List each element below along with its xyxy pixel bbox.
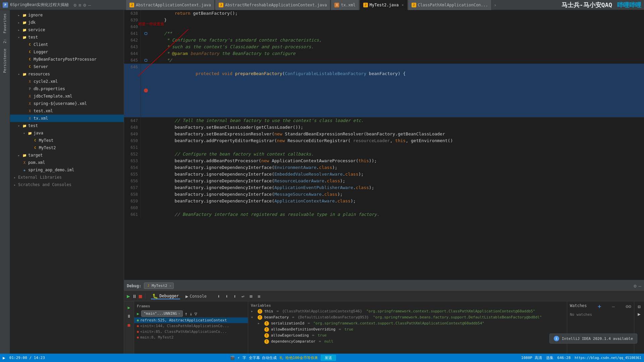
var-expand-serial[interactable]: ▸ bbox=[258, 321, 262, 325]
line-content-655[interactable]: beanFactory.ignoreDependencyInterface(Em… bbox=[151, 171, 644, 178]
sidebar-item-service[interactable]: 📁 service bbox=[10, 26, 124, 34]
tree-arrow-resources[interactable] bbox=[17, 72, 21, 76]
sidebar-item-cycle2[interactable]: X cycle2.xml bbox=[10, 78, 124, 85]
line-content-656[interactable]: beanFactory.ignoreDependencyInterface(Re… bbox=[151, 178, 644, 184]
debug-session-close[interactable]: ✕ bbox=[169, 284, 171, 288]
step-over-btn[interactable]: ⬇ bbox=[215, 293, 222, 300]
debug-settings-icon[interactable]: ⚙ bbox=[634, 283, 636, 289]
debug-tab-console[interactable]: ▶ Console bbox=[184, 294, 208, 299]
sidebar-item-resources[interactable]: 📁 resources bbox=[10, 70, 124, 78]
tree-arrow-ext[interactable] bbox=[13, 175, 17, 179]
thread-filter-btn[interactable]: ▽ bbox=[194, 311, 197, 316]
line-content-646[interactable]: protected void prepareBeanFactory(Config… bbox=[151, 64, 644, 117]
tree-arrow-test-src[interactable] bbox=[17, 35, 21, 39]
evaluate-btn[interactable]: ⊞ bbox=[248, 293, 254, 300]
sidebar-item-java-folder[interactable]: 📁 java bbox=[10, 129, 124, 137]
debug-resume-btn[interactable]: ▶ bbox=[127, 293, 130, 299]
sidebar-item-spring-username[interactable]: X spring-${username}.xml bbox=[10, 100, 124, 107]
line-content-659[interactable]: beanFactory.ignoreDependencyInterface(Ap… bbox=[151, 198, 644, 204]
line-content-648[interactable]: beanFactory.setBeanClassLoader(getClassL… bbox=[151, 124, 644, 131]
tree-arrow-jdk[interactable] bbox=[17, 20, 21, 24]
step-into-btn[interactable]: ⬇ bbox=[223, 293, 230, 300]
var-expand-this[interactable]: ▸ bbox=[251, 309, 256, 313]
var-item-alloweager[interactable]: ! allowEagerLoading = true bbox=[248, 333, 567, 339]
frame-item-1[interactable]: <init>:144, ClassPathXmlApplicationCo... bbox=[134, 323, 248, 329]
tree-arrow-ignore[interactable] bbox=[17, 13, 21, 17]
tab-mytest2[interactable]: J MyTest2.java ✕ bbox=[360, 0, 408, 10]
sidebar-item-external-libraries[interactable]: External Libraries bbox=[10, 174, 124, 181]
sidebar-item-target[interactable]: 📁 target bbox=[10, 152, 124, 159]
more-tabs-icon[interactable]: › bbox=[494, 2, 496, 8]
debug-stop-red-btn[interactable]: ■ bbox=[139, 293, 142, 299]
tree-arrow-target[interactable] bbox=[17, 153, 21, 157]
code-content[interactable]: 638 return getBeanFactory(); 639 } 640 bbox=[124, 10, 644, 280]
debug-minimize-icon[interactable]: — bbox=[639, 283, 641, 289]
tree-arrow-java[interactable] bbox=[22, 131, 26, 135]
sidebar-item-test-src[interactable]: 📁 test bbox=[10, 34, 124, 41]
line-content-661[interactable]: // BeanFactory interface not registered … bbox=[151, 211, 644, 218]
toolbar-icon-4[interactable]: — bbox=[88, 2, 91, 8]
var-item-serializationid[interactable]: ▸ ! serializationId = "org.springframewo… bbox=[248, 320, 567, 326]
debug-pause-btn[interactable]: ⏸ bbox=[126, 313, 132, 319]
line-content-638[interactable]: return getBeanFactory(); bbox=[151, 10, 644, 17]
run-cursor-btn[interactable]: ↩ bbox=[239, 293, 246, 300]
tab-tx-xml[interactable]: X tx.xml bbox=[331, 0, 359, 10]
sidebar-item-tx-xml[interactable]: X tx.xml bbox=[10, 115, 124, 122]
tab-abstract-refreshable[interactable]: J AbstractRefreshableApplicationContext.… bbox=[215, 0, 330, 10]
vtab-2[interactable]: 2: bbox=[2, 37, 8, 45]
debug-layout-btn[interactable]: ⊡ bbox=[638, 304, 640, 309]
line-content-642[interactable]: * Configure the factory's standard conte… bbox=[151, 37, 644, 44]
thread-selector[interactable]: "main"...UNNING ▾ bbox=[141, 310, 182, 317]
debug-session[interactable]: J MyTest2 ✕ bbox=[144, 283, 173, 289]
sidebar-item-jdbctemplate[interactable]: X jdbcTemplate.xml bbox=[10, 93, 124, 100]
thread-up-btn[interactable]: ↑ bbox=[185, 311, 187, 316]
thread-dropdown[interactable]: ▾ bbox=[178, 312, 180, 315]
vtab-favorites[interactable]: Favorites bbox=[2, 11, 8, 36]
frames-btn[interactable]: ≡ bbox=[256, 293, 262, 300]
line-content-641[interactable]: /** bbox=[151, 30, 644, 37]
sidebar-item-mybeanfactory[interactable]: C MyBeanFactoryPostProcessor bbox=[10, 56, 124, 63]
line-content-647[interactable]: // Tell the internal bean factory to use… bbox=[151, 117, 644, 124]
sidebar-item-spring-iml[interactable]: ◈ spring_aop_demo.iml bbox=[10, 166, 124, 174]
debug-tab-debugger[interactable]: 🐛 Debugger bbox=[151, 293, 180, 299]
debug-stop-btn[interactable]: ⏸ bbox=[132, 294, 137, 299]
line-content-652[interactable]: // Configure the bean factory with conte… bbox=[151, 151, 644, 158]
sidebar-item-mytest[interactable]: C MyTest bbox=[10, 137, 124, 144]
watches-add-btn[interactable]: + bbox=[598, 303, 601, 310]
tab-classpathxml[interactable]: J ClassPathXmlApplicationCon... bbox=[408, 0, 492, 10]
sidebar-item-client[interactable]: C Client bbox=[10, 41, 124, 48]
debug-thread-item[interactable]: ▶ "main"...UNNING ▾ ↑ ↓ ▽ bbox=[134, 310, 248, 317]
sidebar-item-ignore[interactable]: 📁 ignore bbox=[10, 11, 124, 19]
line-content-650[interactable]: beanFactory.addPropertyEditorRegistrar(n… bbox=[151, 137, 644, 144]
frame-item-2[interactable]: <init>:85, ClassPathXmlApplicationCo... bbox=[134, 329, 248, 335]
sidebar-item-pom[interactable]: X pom.xml bbox=[10, 159, 124, 166]
var-item-beanfactory[interactable]: ▾ ! beanFactory = {DefaultListableBeanFa… bbox=[248, 314, 567, 320]
sidebar-item-test-xml[interactable]: X test.xml bbox=[10, 107, 124, 115]
send-button[interactable]: 发送 bbox=[321, 355, 336, 361]
toolbar-icon-1[interactable]: ⚙ bbox=[73, 2, 76, 8]
status-selection[interactable]: 选集 bbox=[546, 355, 553, 360]
var-item-depcomparator[interactable]: ! dependencyComparator = null bbox=[248, 339, 567, 345]
line-content-649[interactable]: beanFactory.setBeanExpressionResolver(ne… bbox=[151, 131, 644, 137]
line-content-639[interactable]: } bbox=[151, 17, 644, 23]
tab-abstract-application-context[interactable]: J AbstractApplicationContext.java bbox=[126, 0, 215, 10]
var-item-this[interactable]: ▸ ! this = {ClassPathXmlApplicationConte… bbox=[248, 308, 567, 314]
line-content-654[interactable]: beanFactory.ignoreDependencyInterface(En… bbox=[151, 164, 644, 171]
breakpoint-646[interactable] bbox=[144, 88, 148, 93]
line-content-657[interactable]: beanFactory.ignoreDependencyInterface(Ap… bbox=[151, 184, 644, 191]
sidebar-item-mytest2[interactable]: C MyTest2 bbox=[10, 144, 124, 152]
tree-arrow-test-folder[interactable] bbox=[17, 124, 21, 128]
watches-remove-btn[interactable]: — bbox=[612, 304, 615, 309]
frame-item-3[interactable]: main:8, MyTest2 bbox=[134, 335, 248, 340]
sidebar-item-logger[interactable]: C Logger bbox=[10, 48, 124, 56]
frame-item-0[interactable]: refresh:525, AbstractApplicationContext bbox=[134, 317, 248, 323]
sidebar-item-jdk[interactable]: 📁 jdk bbox=[10, 19, 124, 26]
sidebar-item-db-properties[interactable]: P db.properties bbox=[10, 85, 124, 93]
thread-down-btn[interactable]: ↓ bbox=[190, 311, 192, 316]
vtab-persistence[interactable]: Persistence bbox=[2, 47, 8, 75]
var-expand-beanfactory[interactable]: ▾ bbox=[251, 315, 256, 319]
line-content-658[interactable]: beanFactory.ignoreDependencyInterface(Me… bbox=[151, 191, 644, 198]
debug-play-btn[interactable]: ▶ bbox=[126, 304, 132, 311]
tree-arrow-service[interactable] bbox=[17, 28, 21, 32]
line-content-653[interactable]: beanFactory.addBeanPostProcessor(new App… bbox=[151, 158, 644, 164]
